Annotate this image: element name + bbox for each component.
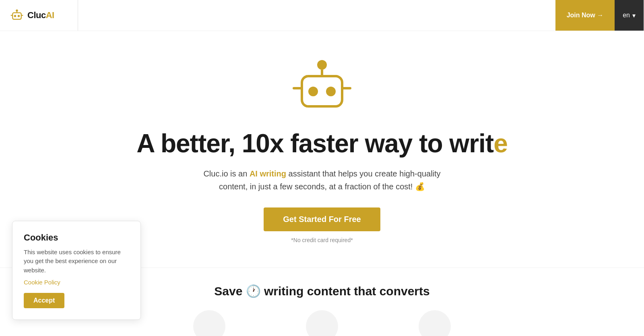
hero-subtitle: Cluc.io is an AI writing assistant that … [197, 167, 447, 193]
svg-point-7 [317, 60, 327, 70]
header-actions: Join Now → en ▾ [555, 0, 644, 31]
get-started-button[interactable]: Get Started For Free [264, 207, 380, 231]
logo-text: ClucAI [27, 10, 54, 21]
svg-point-0 [16, 10, 18, 12]
feature-icon-1 [193, 310, 225, 336]
cookie-banner: Cookies This website uses cookies to ens… [12, 221, 141, 320]
hero-robot-icon [290, 55, 354, 120]
header: ClucAI Join Now → en ▾ [0, 0, 644, 31]
accept-cookies-button[interactable]: Accept [24, 293, 64, 308]
language-selector[interactable]: en ▾ [615, 0, 644, 31]
logo-icon [10, 8, 24, 23]
cookie-description: This website uses cookies to ensure you … [24, 248, 129, 275]
logo-area: ClucAI [10, 0, 78, 31]
hero-title: A better, 10x faster way to write [136, 129, 507, 158]
svg-rect-2 [12, 13, 21, 19]
save-title: Save 🕐 writing content that converts [214, 284, 429, 298]
svg-point-10 [308, 87, 318, 96]
cookie-title: Cookies [24, 232, 129, 243]
svg-rect-9 [302, 76, 342, 106]
svg-point-3 [14, 15, 16, 17]
feature-icons-row [193, 310, 451, 336]
cookie-policy-link[interactable]: Cookie Policy [24, 279, 129, 286]
join-now-button[interactable]: Join Now → [555, 0, 615, 31]
no-credit-card-text: *No credit card required* [291, 237, 353, 243]
logo[interactable]: ClucAI [10, 8, 54, 23]
svg-point-11 [326, 87, 336, 96]
feature-icon-2 [306, 310, 338, 336]
feature-icon-3 [419, 310, 451, 336]
svg-point-4 [18, 15, 20, 17]
